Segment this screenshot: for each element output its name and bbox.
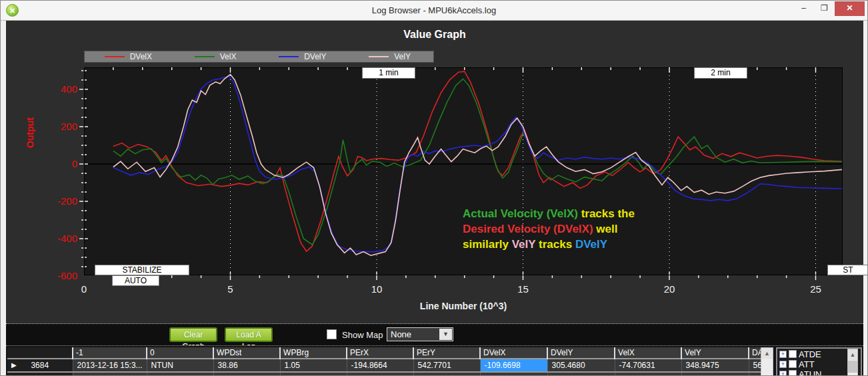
row-header[interactable]: ▶3684 bbox=[7, 359, 73, 372]
table-row[interactable]: 36852013-12-16 15:3IMU674.100.0755020.23… bbox=[7, 372, 773, 376]
x-tick-label: 25 bbox=[803, 283, 829, 295]
legend-label: VelY bbox=[394, 52, 411, 61]
chart-panel: Value Graph DVelX VelX DVelY VelY Output… bbox=[6, 21, 863, 323]
title-bar: ✕ Log Browser - MPU6kAccels.log – ❐ ✕ bbox=[1, 1, 867, 21]
table-cell[interactable]: 2013-12-16 15:3 bbox=[73, 372, 147, 376]
legend-item-VelY[interactable]: VelY bbox=[346, 51, 433, 62]
tree-scrollbar[interactable]: ▲ bbox=[847, 349, 858, 376]
table-cell[interactable]: 38.86 bbox=[213, 359, 280, 372]
time-marker-label: 2 min bbox=[694, 67, 747, 79]
x-tick-label: 0 bbox=[71, 283, 97, 295]
table-cell[interactable]: -0.805783 bbox=[615, 372, 681, 376]
legend-line-icon bbox=[195, 56, 215, 57]
legend-label: DVelX bbox=[130, 52, 152, 61]
column-header[interactable]: 0 bbox=[147, 347, 213, 359]
time-marker-label: 1 min bbox=[362, 67, 415, 79]
column-header[interactable]: DVelX bbox=[480, 347, 547, 359]
table-cell[interactable]: -109.6698 bbox=[480, 359, 547, 372]
y-tick-label: -400 bbox=[44, 233, 77, 244]
table-scrollbar[interactable]: ▲ bbox=[761, 347, 773, 376]
show-map-checkbox[interactable] bbox=[327, 329, 337, 339]
table-cell[interactable]: 0.281411 bbox=[547, 372, 615, 376]
clear-graph-button[interactable]: Clear Graph bbox=[169, 327, 217, 342]
column-header[interactable]: VelY bbox=[681, 347, 749, 359]
tree-item-label: ATUN bbox=[799, 369, 821, 376]
column-header[interactable]: -1 bbox=[73, 347, 147, 359]
tree-item-label: ATT bbox=[799, 359, 815, 369]
table-cell[interactable]: 674.10 bbox=[213, 372, 280, 376]
y-tick-label: -600 bbox=[44, 270, 77, 281]
table-cell[interactable]: 0.237606 bbox=[347, 372, 413, 376]
table-cell[interactable]: 0.162304 bbox=[480, 372, 547, 376]
table-cell[interactable]: -194.8664 bbox=[347, 359, 413, 372]
chevron-down-icon[interactable]: ▼ bbox=[439, 329, 452, 340]
table-cell[interactable]: 348.9475 bbox=[681, 359, 749, 372]
table-cell[interactable]: -74.70631 bbox=[615, 359, 681, 372]
x-tick-label: 15 bbox=[510, 283, 537, 295]
tree-checkbox[interactable] bbox=[789, 350, 797, 358]
table-row[interactable]: ▶36842013-12-16 15:3...NTUN38.861.05-194… bbox=[7, 359, 773, 372]
annotation-line: Desired Velocity (DVelX) well bbox=[463, 221, 635, 237]
legend-item-DVelY[interactable]: DVelY bbox=[259, 51, 347, 62]
scroll-up-icon[interactable]: ▲ bbox=[761, 348, 773, 359]
control-bar: Clear Graph Load A Log Show Map None ▼ bbox=[6, 323, 863, 345]
table-cell[interactable]: NTUN bbox=[147, 359, 213, 372]
column-header[interactable] bbox=[7, 347, 73, 359]
column-header[interactable]: WPBrg bbox=[280, 347, 347, 359]
table-cell[interactable]: 542.7701 bbox=[413, 359, 480, 372]
load-a-log-button[interactable]: Load A Log bbox=[225, 327, 273, 342]
expand-plus-icon[interactable]: + bbox=[779, 351, 787, 358]
client-area: Value Graph DVelX VelX DVelY VelY Output… bbox=[6, 21, 863, 376]
column-header[interactable]: VelX bbox=[615, 347, 681, 359]
table-cell[interactable]: 1.05 bbox=[280, 359, 347, 372]
scroll-up-icon[interactable]: ▲ bbox=[848, 349, 857, 360]
table-cell[interactable]: 0.075502 bbox=[280, 372, 347, 376]
y-tick-label: 0 bbox=[44, 158, 77, 169]
column-header[interactable]: PErY bbox=[413, 347, 480, 359]
table-cell[interactable]: 305.4680 bbox=[547, 359, 615, 372]
map-source-dropdown[interactable]: None ▼ bbox=[387, 327, 453, 341]
scrollbar-thumb[interactable] bbox=[848, 361, 857, 373]
y-tick-label: -200 bbox=[44, 195, 77, 207]
current-row-marker-icon: ▶ bbox=[11, 361, 17, 369]
show-map-label: Show Map bbox=[342, 330, 383, 340]
x-axis-title: Line Number (10^3) bbox=[84, 301, 843, 311]
legend-line-icon bbox=[369, 56, 389, 57]
expand-plus-icon[interactable]: + bbox=[779, 361, 787, 368]
legend-item-VelX[interactable]: VelX bbox=[172, 51, 259, 62]
table-cell[interactable]: 2013-12-16 15:3... bbox=[73, 359, 147, 372]
chart-legend: DVelX VelX DVelY VelY bbox=[84, 51, 434, 63]
y-axis-title: Output bbox=[25, 113, 35, 153]
legend-item-DVelX[interactable]: DVelX bbox=[85, 51, 172, 62]
log-browser-window: ✕ Log Browser - MPU6kAccels.log – ❐ ✕ Va… bbox=[0, 0, 868, 376]
x-tick-label: 10 bbox=[363, 283, 390, 295]
table-cell[interactable]: IMU bbox=[147, 372, 213, 376]
tree-item-label: ATDE bbox=[799, 349, 821, 359]
legend-label: VelX bbox=[220, 52, 237, 61]
tree-checkbox[interactable] bbox=[789, 360, 797, 368]
table-cell[interactable] bbox=[681, 372, 749, 376]
x-tick-label: 5 bbox=[217, 283, 244, 295]
chart-title: Value Graph bbox=[6, 29, 863, 41]
flight-mode-label: STABILIZE bbox=[95, 265, 189, 275]
y-tick-label: 200 bbox=[44, 121, 77, 132]
minimize-button[interactable]: – bbox=[793, 1, 814, 16]
flight-mode-label: AUTO bbox=[112, 275, 159, 286]
close-button[interactable]: ✕ bbox=[835, 1, 865, 16]
log-table-area: -10WPDstWPBrgPErXPErYDVelXDVelYVelXVelYD… bbox=[6, 345, 863, 376]
annotation-line: similarly VelY tracks DVelY bbox=[463, 237, 635, 252]
x-tick-label: 20 bbox=[656, 283, 683, 295]
column-header[interactable]: PErX bbox=[347, 347, 413, 359]
y-tick-label: 400 bbox=[44, 83, 77, 95]
expand-plus-icon[interactable]: + bbox=[779, 371, 787, 376]
column-header[interactable]: DVelY bbox=[547, 347, 615, 359]
legend-line-icon bbox=[105, 56, 125, 57]
legend-line-icon bbox=[279, 56, 299, 57]
row-header[interactable]: 3685 bbox=[7, 372, 73, 376]
table-cell[interactable]: -0.102500 bbox=[413, 372, 480, 376]
log-table[interactable]: -10WPDstWPBrgPErXPErYDVelXDVelYVelXVelYD… bbox=[7, 347, 773, 376]
column-header[interactable]: WPDst bbox=[213, 347, 280, 359]
tree-checkbox[interactable] bbox=[789, 370, 797, 376]
flight-mode-label: ST bbox=[827, 265, 868, 275]
maximize-button[interactable]: ❐ bbox=[814, 1, 835, 16]
